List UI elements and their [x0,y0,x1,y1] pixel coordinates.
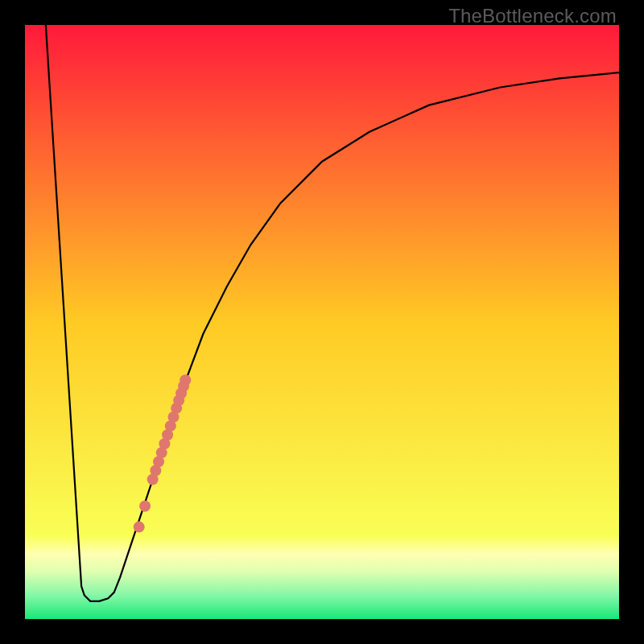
highlight-dot [134,522,145,533]
gradient-background [25,25,619,619]
plot-area [25,25,619,619]
chart-canvas [25,25,619,619]
watermark-text: TheBottleneck.com [448,5,617,27]
highlight-dot [139,501,151,512]
highlight-dot [180,374,191,386]
